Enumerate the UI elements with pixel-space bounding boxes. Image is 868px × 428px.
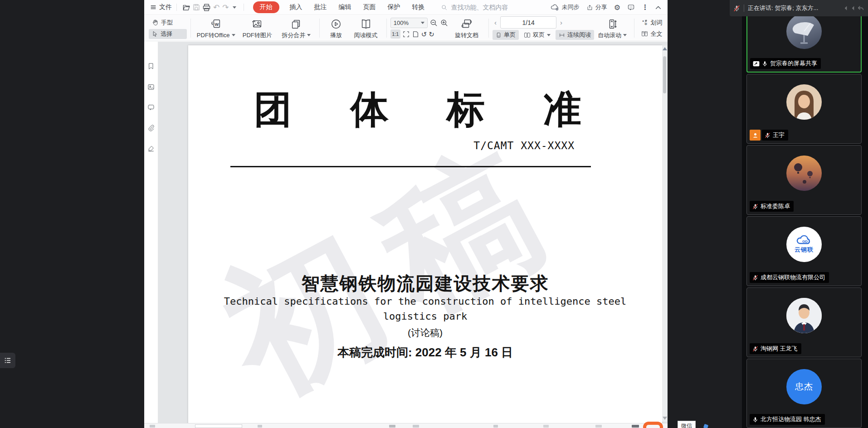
chevron-left-icon[interactable] [843, 5, 849, 11]
save-button[interactable] [191, 2, 201, 12]
word-translate-label: 划词 [650, 19, 662, 27]
scroll-up-icon[interactable] [663, 47, 667, 50]
search-box[interactable] [441, 3, 527, 11]
single-page-label: 单页 [504, 31, 516, 39]
mic-on-icon [762, 61, 768, 67]
zoom-level-select[interactable]: 100% [390, 18, 428, 28]
participant-tile[interactable]: GD 云钢联 成都云钢联物流有限公司 [746, 216, 862, 286]
fit-width-icon[interactable] [402, 30, 410, 38]
full-translate-button[interactable]: 全文 [638, 29, 668, 39]
signature-icon[interactable] [147, 145, 155, 152]
statusbar-icon [258, 425, 262, 428]
search-input[interactable] [450, 3, 527, 11]
vertical-scrollbar[interactable] [662, 45, 667, 422]
single-page-button[interactable]: 单页 [493, 30, 519, 40]
left-tool-strip [144, 42, 158, 423]
pdf-to-office-button[interactable]: W PDF转Office [195, 15, 237, 41]
auto-scroll-button[interactable]: 自动滚动 [594, 15, 630, 41]
participant-label: 北方恒达物流园 韩忠杰 [750, 414, 825, 425]
tab-edit[interactable]: 编辑 [339, 3, 351, 11]
rotate-doc-button[interactable]: 旋转文档 [449, 15, 485, 41]
play-button[interactable]: 播放 [323, 15, 349, 41]
collapse-ribbon-icon[interactable] [655, 5, 661, 10]
participant-label: 标准委陈卓 [750, 201, 794, 212]
next-page-icon[interactable]: › [558, 19, 564, 26]
participant-label: 淘钢网 王龙飞 [750, 343, 801, 354]
more-menu-icon[interactable]: ⋮ [642, 3, 649, 11]
bookmark-icon[interactable] [147, 63, 155, 70]
comment-panel-icon[interactable] [147, 104, 155, 111]
divider [386, 19, 387, 38]
split-merge-icon [290, 18, 302, 30]
quickbar-more-icon[interactable] [233, 6, 236, 9]
prev-page-icon[interactable]: ‹ [493, 19, 498, 26]
word-translate-button[interactable]: a 中 划词 [638, 18, 668, 28]
settings-gear-icon[interactable]: ⚙ [614, 3, 620, 12]
continuous-read-button[interactable]: 连续阅读 [556, 30, 594, 40]
pdf-to-image-button[interactable]: PDF转图片 [237, 15, 277, 41]
document-title-cn: 智慧钢铁物流园建设技术要求 [188, 271, 662, 296]
chevron-left-icon[interactable] [850, 5, 856, 11]
file-menu[interactable]: 文件 [150, 3, 172, 11]
tab-home[interactable]: 开始 [253, 1, 279, 13]
svg-text:GD: GD [802, 239, 808, 243]
rotate-left-icon[interactable]: ↺ [421, 31, 427, 38]
undo-button[interactable]: ↶ [213, 3, 219, 12]
menubar-right: 未同步 分享 ⚙ ⋮ [551, 3, 668, 12]
avatar-initials: 忠杰 [795, 381, 813, 393]
auto-scroll-label: 自动滚动 [598, 31, 621, 39]
reply-arrow-icon[interactable] [857, 5, 864, 12]
scroll-down-icon[interactable] [663, 417, 667, 420]
toc-toggle-button[interactable] [0, 353, 15, 368]
actual-size-label: 1:1 [392, 31, 399, 37]
print-button[interactable] [201, 2, 211, 12]
tab-insert[interactable]: 插入 [290, 3, 302, 11]
actual-size-button[interactable]: 1:1 [390, 29, 400, 39]
participant-tile[interactable]: 王宇 [746, 74, 862, 144]
select-tool-label: 选择 [161, 30, 172, 38]
participant-avatar: 忠杰 [786, 369, 822, 404]
zoom-group: 100% 1:1 [390, 15, 449, 41]
dropdown-caret-icon [623, 34, 627, 36]
image-annotation-icon[interactable] [147, 83, 155, 91]
comment-bubble-icon[interactable] [627, 4, 635, 11]
ribbon-toolbar: 手型 选择 W PDF转Office [144, 15, 668, 41]
tab-protect[interactable]: 保护 [388, 3, 400, 11]
svg-text:中: 中 [645, 23, 648, 25]
dropdown-caret-icon [307, 34, 311, 36]
rotate-right-icon[interactable]: ↻ [429, 31, 434, 38]
redo-button[interactable]: ↷ [222, 3, 229, 12]
completion-date: 本稿完成时间: 2022 年 5 月 16 日 [188, 345, 662, 360]
zoom-in-icon[interactable] [440, 19, 449, 27]
share-label: 分享 [595, 3, 607, 11]
dropdown-caret-icon [232, 34, 235, 36]
share-button[interactable]: 分享 [586, 3, 607, 11]
statusbar-icon [150, 425, 155, 428]
attachment-icon[interactable] [147, 124, 155, 131]
tab-page[interactable]: 页面 [363, 3, 376, 11]
doc-type-char: 团 [254, 91, 292, 129]
read-mode-button[interactable]: 阅读模式 [349, 15, 382, 41]
split-merge-button[interactable]: 拆分合并 [277, 15, 315, 41]
scrollbar-thumb[interactable] [663, 56, 666, 93]
fit-page-icon[interactable] [412, 30, 419, 38]
select-tool-button[interactable]: 选择 [149, 29, 187, 39]
cloud-logo-icon: GD [796, 235, 812, 245]
read-mode-label: 阅读模式 [354, 31, 378, 39]
participant-tile[interactable]: 忠杰 北方恒达物流园 韩忠杰 [746, 359, 862, 428]
mic-on-icon [752, 417, 758, 423]
zoom-out-icon[interactable] [429, 19, 438, 27]
tab-convert[interactable]: 转换 [412, 3, 425, 11]
double-page-button[interactable]: 双页 [521, 30, 554, 40]
sync-status[interactable]: 未同步 [551, 3, 580, 11]
document-title-en-line1: Technical specifications for the constru… [188, 296, 662, 307]
participant-name: 淘钢网 王龙飞 [761, 345, 798, 353]
open-file-button[interactable] [181, 2, 191, 12]
statusbar-input[interactable] [195, 424, 242, 428]
page-indicator-input[interactable] [500, 16, 556, 29]
participant-tile[interactable]: 淘钢网 王龙飞 [746, 287, 862, 357]
toc-list-icon [4, 356, 12, 365]
tab-comment[interactable]: 批注 [314, 3, 327, 11]
participant-tile[interactable]: 标准委陈卓 [746, 145, 862, 215]
hand-tool-button[interactable]: 手型 [149, 18, 187, 28]
